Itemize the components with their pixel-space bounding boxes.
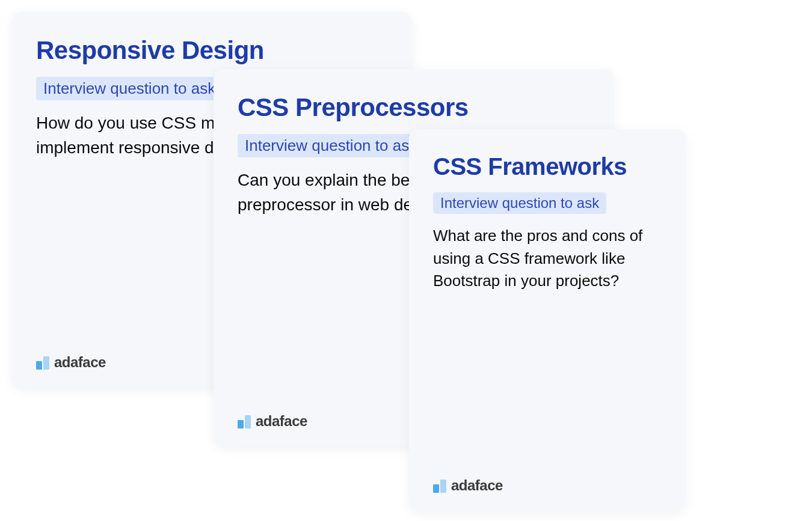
card-title: CSS Frameworks xyxy=(433,153,662,180)
card-title: Responsive Design xyxy=(36,36,388,65)
card-question: What are the pros and cons of using a CS… xyxy=(433,225,662,293)
brand-logo: adaface xyxy=(433,478,503,493)
brand-name: adaface xyxy=(54,355,106,370)
brand-logo: adaface xyxy=(36,355,106,370)
card-subtitle-badge: Interview question to ask xyxy=(433,192,606,214)
brand-logo: adaface xyxy=(238,414,307,428)
card-subtitle-badge: Interview question to ask xyxy=(238,134,424,157)
card-title: CSS Preprocessors xyxy=(238,93,589,122)
bar-chart-icon xyxy=(238,415,251,428)
bar-chart-icon xyxy=(433,480,446,493)
card-subtitle-badge: Interview question to ask xyxy=(36,77,223,100)
brand-name: adaface xyxy=(256,414,307,428)
interview-card-css-frameworks: CSS Frameworks Interview question to ask… xyxy=(409,129,686,511)
bar-chart-icon xyxy=(36,356,49,370)
brand-name: adaface xyxy=(451,478,503,493)
